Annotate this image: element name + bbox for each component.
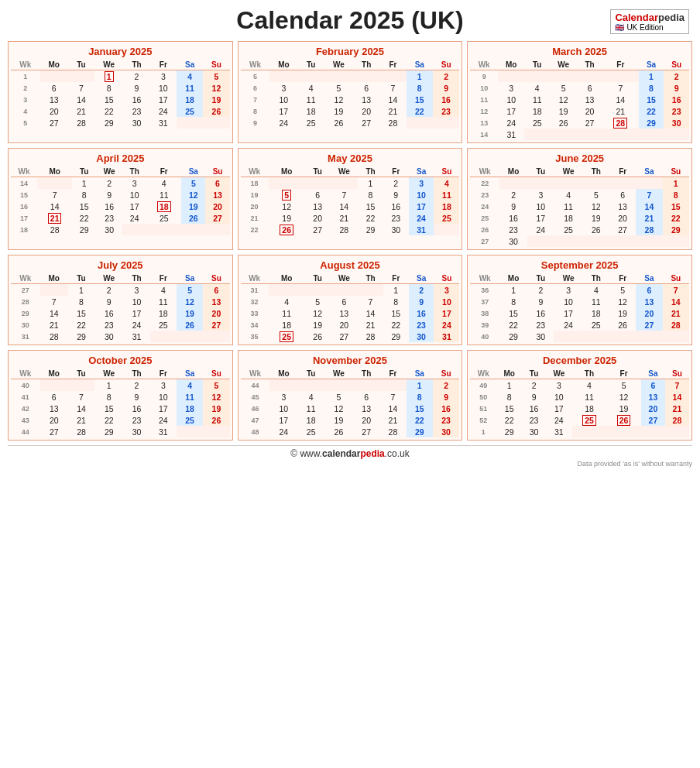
cal-cell: 21 xyxy=(379,105,406,117)
cal-cell: 15 xyxy=(94,94,123,105)
cal-cell: 27 xyxy=(203,319,229,331)
cal-cell: 4 xyxy=(177,379,203,392)
cal-cell: 3 xyxy=(554,284,582,297)
col-header-th: Th xyxy=(358,273,383,284)
cal-cell: 27 xyxy=(353,426,379,437)
cal-cell: 22 xyxy=(499,319,527,331)
cal-cell: 13 xyxy=(305,201,331,212)
cal-cell xyxy=(353,379,379,392)
cal-cell: 18 xyxy=(298,414,324,426)
cal-cell: 30 xyxy=(527,331,554,342)
cal-cell: 8 xyxy=(94,82,123,94)
page-title: Calendar 2025 (UK) xyxy=(8,6,692,35)
cal-cell: 21 xyxy=(379,414,406,426)
cal-cell: 25 xyxy=(177,414,203,426)
cal-cell: 14 xyxy=(379,94,406,105)
cal-cell: 12 xyxy=(609,296,636,307)
cal-cell: 23 xyxy=(123,105,149,117)
cal-cell xyxy=(358,284,383,297)
cal-cell: 4 xyxy=(572,379,607,392)
cal-cell: 12 xyxy=(177,296,203,307)
col-header-su: Su xyxy=(663,273,689,284)
cal-cell: 25 xyxy=(150,319,177,331)
cal-cell: 14 xyxy=(358,307,383,319)
cal-cell: 36 xyxy=(470,284,499,297)
cal-cell: 13 xyxy=(470,117,498,129)
cal-cell: 28 xyxy=(663,319,689,331)
cal-cell: 31 xyxy=(498,129,524,140)
cal-cell xyxy=(40,379,68,392)
cal-cell: 1 xyxy=(94,70,123,83)
cal-cell: 21 xyxy=(68,414,94,426)
cal-cell xyxy=(331,177,359,190)
cal-cell: 31 xyxy=(123,331,149,342)
col-header-tu: Tu xyxy=(305,166,331,177)
cal-cell: 28 xyxy=(331,224,359,235)
cal-cell: 31 xyxy=(434,331,459,342)
cal-cell: 5 xyxy=(269,189,305,201)
cal-cell: 23 xyxy=(123,414,149,426)
cal-cell: 3 xyxy=(11,94,40,105)
cal-cell xyxy=(203,331,229,342)
cal-cell: 13 xyxy=(353,403,379,414)
cal-cell: 6 xyxy=(353,391,379,403)
cal-cell: 8 xyxy=(241,105,270,117)
col-header-mo: Mo xyxy=(269,166,305,177)
col-header-tu: Tu xyxy=(72,166,96,177)
cal-cell: 9 xyxy=(96,189,122,201)
cal-cell: 12 xyxy=(324,94,353,105)
cal-cell: 46 xyxy=(241,403,270,414)
cal-cell: 17 xyxy=(150,403,177,414)
cal-cell: 2 xyxy=(94,284,123,297)
cal-cell: 6 xyxy=(40,82,68,94)
cal-cell: 7 xyxy=(636,189,662,201)
cal-cell: 1 xyxy=(470,426,496,437)
cal-cell: 31 xyxy=(11,331,40,342)
cal-cell: 8 xyxy=(639,82,664,94)
cal-cell: 23 xyxy=(499,224,527,235)
cal-cell: 24 xyxy=(527,224,554,235)
cal-cell: 28 xyxy=(68,426,94,437)
col-header-fr: Fr xyxy=(150,60,177,70)
cal-cell: 21 xyxy=(68,105,94,117)
cal-cell: 5 xyxy=(203,379,229,392)
cal-cell: 28 xyxy=(11,296,40,307)
cal-cell: 17 xyxy=(123,307,149,319)
cal-cell: 10 xyxy=(409,189,434,201)
cal-cell: 10 xyxy=(150,391,177,403)
cal-cell: 9 xyxy=(522,391,546,403)
col-header-th: Th xyxy=(122,166,146,177)
cal-cell: 26 xyxy=(606,414,641,426)
col-header-th: Th xyxy=(353,60,379,70)
cal-cell xyxy=(181,224,205,235)
cal-cell: 19 xyxy=(181,201,205,212)
cal-cell xyxy=(150,331,177,342)
cal-cell: 15 xyxy=(358,201,383,212)
col-header-fr: Fr xyxy=(383,273,409,284)
cal-cell: 21 xyxy=(241,212,269,224)
cal-cell: 25 xyxy=(583,319,609,331)
cal-cell: 52 xyxy=(470,414,496,426)
cal-cell: 14 xyxy=(663,296,689,307)
cal-cell: 29 xyxy=(358,224,383,235)
month-block: April 2025WkMoTuWeThFrSaSu14123456157891… xyxy=(8,148,233,250)
cal-cell: 32 xyxy=(241,296,269,307)
cal-cell: 21 xyxy=(358,319,383,331)
col-header-wk: Wk xyxy=(470,60,498,70)
cal-cell xyxy=(305,177,331,190)
copyright-note: Data provided 'as is' without warranty xyxy=(8,460,692,468)
col-header-wk: Wk xyxy=(470,369,496,379)
cal-cell: 9 xyxy=(123,391,149,403)
cal-cell: 33 xyxy=(241,307,269,319)
cal-cell: 26 xyxy=(269,224,305,235)
cal-cell: 9 xyxy=(241,117,270,129)
cal-cell: 4 xyxy=(11,105,40,117)
cal-cell: 25 xyxy=(146,212,181,224)
cal-cell: 6 xyxy=(636,284,662,297)
col-header-we: We xyxy=(331,166,359,177)
cal-cell: 18 xyxy=(11,224,37,235)
copyright-text: © www.calendarpedia.co.uk xyxy=(290,448,410,459)
cal-cell: 10 xyxy=(269,403,297,414)
cal-cell: 30 xyxy=(11,319,40,331)
cal-cell: 1 xyxy=(383,284,409,297)
